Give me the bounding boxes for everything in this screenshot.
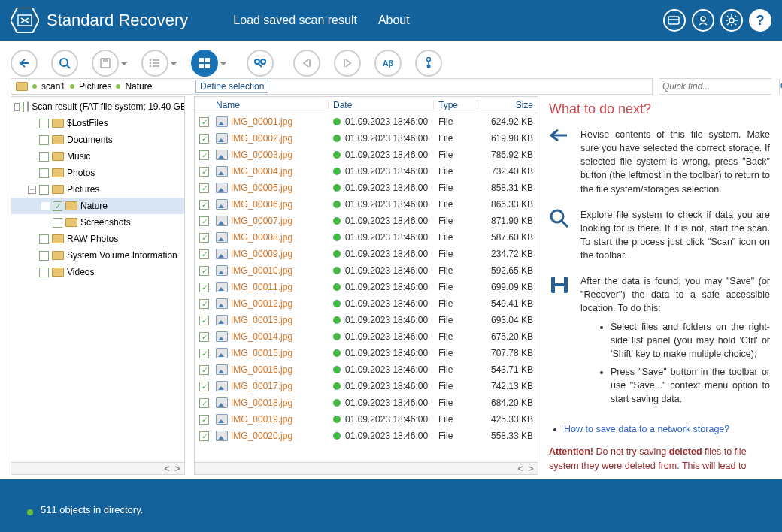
logo[interactable]: Standard Recovery bbox=[11, 8, 188, 33]
image-icon bbox=[216, 150, 228, 160]
extra-button[interactable] bbox=[415, 50, 442, 77]
file-row[interactable]: IMG_00013.jpg01.09.2023 18:46:00File693.… bbox=[195, 312, 538, 328]
tree-row[interactable]: −Scan result (FAT file system; 19.40 GB … bbox=[11, 98, 184, 115]
file-list-body[interactable]: IMG_00001.jpg01.09.2023 18:46:00File624.… bbox=[195, 113, 538, 462]
row-checkbox[interactable] bbox=[199, 382, 209, 391]
save-dropdown-caret[interactable] bbox=[120, 62, 128, 65]
file-row[interactable]: IMG_00017.jpg01.09.2023 18:46:00File742.… bbox=[195, 378, 538, 394]
list-button[interactable] bbox=[141, 50, 177, 77]
menu-about[interactable]: About bbox=[378, 14, 410, 27]
image-icon bbox=[216, 381, 228, 391]
file-row[interactable]: IMG_00014.jpg01.09.2023 18:46:00File675.… bbox=[195, 328, 538, 345]
row-checkbox[interactable] bbox=[199, 249, 209, 259]
file-row[interactable]: IMG_00007.jpg01.09.2023 18:46:00File871.… bbox=[195, 213, 538, 229]
row-checkbox[interactable] bbox=[199, 398, 209, 408]
case-button[interactable]: Aβ bbox=[374, 50, 402, 77]
row-checkbox[interactable] bbox=[199, 150, 209, 160]
settings-icon[interactable] bbox=[720, 9, 743, 32]
tree-row[interactable]: Screenshots bbox=[11, 214, 184, 231]
irreversible-link[interactable]: irreversible bbox=[549, 474, 595, 475]
file-row[interactable]: IMG_00004.jpg01.09.2023 18:46:00File732.… bbox=[195, 163, 538, 180]
file-row[interactable]: IMG_00006.jpg01.09.2023 18:46:00File866.… bbox=[195, 196, 538, 213]
find-button[interactable] bbox=[247, 50, 274, 77]
selection-dropdown-caret[interactable] bbox=[220, 62, 227, 65]
svg-point-41 bbox=[551, 210, 563, 222]
menu-load-saved[interactable]: Load saved scan result bbox=[233, 14, 357, 27]
folder-tree[interactable]: −Scan result (FAT file system; 19.40 GB … bbox=[11, 96, 185, 463]
file-hscroll[interactable]: <> bbox=[194, 463, 538, 475]
row-checkbox[interactable] bbox=[199, 134, 209, 144]
save-button[interactable] bbox=[92, 50, 128, 77]
tree-row[interactable]: Music bbox=[11, 148, 184, 165]
help-pane: What to do next? Revise contents of this… bbox=[547, 96, 771, 475]
file-row[interactable]: IMG_00011.jpg01.09.2023 18:46:00File699.… bbox=[195, 279, 538, 295]
cards-icon[interactable] bbox=[663, 9, 686, 32]
row-checkbox[interactable] bbox=[199, 167, 209, 177]
tree-row[interactable]: $LostFiles bbox=[11, 115, 184, 131]
status-dot-icon bbox=[27, 509, 33, 515]
tree-row[interactable]: System Volume Information bbox=[11, 247, 184, 264]
row-checkbox[interactable] bbox=[199, 415, 209, 425]
file-row[interactable]: IMG_00019.jpg01.09.2023 18:46:00File425.… bbox=[195, 411, 538, 428]
file-row[interactable]: IMG_00016.jpg01.09.2023 18:46:00File543.… bbox=[195, 361, 538, 378]
breadcrumb-item[interactable]: Nature bbox=[125, 81, 152, 92]
image-icon bbox=[216, 216, 228, 226]
file-row[interactable]: IMG_00008.jpg01.09.2023 18:46:00File587.… bbox=[195, 229, 538, 246]
breadcrumb[interactable]: scan1 Pictures Nature bbox=[11, 78, 653, 95]
file-row[interactable]: IMG_00020.jpg01.09.2023 18:46:00File558.… bbox=[195, 428, 538, 444]
tree-row[interactable]: Nature bbox=[11, 198, 184, 214]
tree-row[interactable]: −Pictures bbox=[11, 181, 184, 198]
status-dot-icon bbox=[333, 382, 341, 390]
file-row[interactable]: IMG_00015.jpg01.09.2023 18:46:00File707.… bbox=[195, 345, 538, 361]
col-size[interactable]: Size bbox=[477, 100, 538, 110]
file-row[interactable]: IMG_00012.jpg01.09.2023 18:46:00File549.… bbox=[195, 295, 538, 312]
row-checkbox[interactable] bbox=[199, 431, 209, 441]
user-icon[interactable] bbox=[692, 9, 714, 32]
tree-hscroll[interactable]: <> bbox=[11, 463, 185, 475]
file-row[interactable]: IMG_00010.jpg01.09.2023 18:46:00File592.… bbox=[195, 262, 538, 279]
breadcrumb-item[interactable]: scan1 bbox=[41, 81, 65, 92]
row-checkbox[interactable] bbox=[199, 233, 209, 243]
col-type[interactable]: Type bbox=[434, 100, 477, 110]
col-name[interactable]: Name bbox=[211, 100, 329, 110]
row-checkbox[interactable] bbox=[199, 332, 209, 342]
file-row[interactable]: IMG_00003.jpg01.09.2023 18:46:00File786.… bbox=[195, 147, 538, 163]
tree-row[interactable]: Videos bbox=[11, 264, 184, 280]
selection-button[interactable] bbox=[191, 50, 227, 77]
breadcrumb-item[interactable]: Pictures bbox=[79, 81, 111, 92]
tree-row[interactable]: RAW Photos bbox=[11, 231, 184, 247]
file-row[interactable]: IMG_00002.jpg01.09.2023 18:46:00File619.… bbox=[195, 130, 538, 147]
quick-find-search-icon[interactable] bbox=[779, 79, 782, 94]
col-date[interactable]: Date bbox=[329, 100, 434, 110]
help-icon[interactable]: ? bbox=[749, 9, 771, 32]
file-row[interactable]: IMG_00018.jpg01.09.2023 18:46:00File684.… bbox=[195, 394, 538, 411]
back-button[interactable] bbox=[11, 50, 38, 77]
scan-button[interactable] bbox=[51, 50, 78, 77]
file-list: Name Date Type Size IMG_00001.jpg01.09.2… bbox=[194, 96, 538, 463]
breadcrumb-sep bbox=[116, 84, 120, 89]
row-checkbox[interactable] bbox=[199, 216, 209, 226]
next-button[interactable] bbox=[334, 50, 361, 77]
prev-button[interactable] bbox=[293, 50, 320, 77]
list-dropdown-caret[interactable] bbox=[170, 62, 177, 65]
row-checkbox[interactable] bbox=[199, 316, 209, 325]
row-checkbox[interactable] bbox=[199, 200, 209, 210]
row-checkbox[interactable] bbox=[199, 365, 209, 375]
file-row[interactable]: IMG_00005.jpg01.09.2023 18:46:00File858.… bbox=[195, 180, 538, 196]
menu-right: ? bbox=[663, 9, 771, 32]
file-row[interactable]: IMG_00001.jpg01.09.2023 18:46:00File624.… bbox=[195, 113, 538, 130]
row-checkbox[interactable] bbox=[199, 349, 209, 358]
row-checkbox[interactable] bbox=[199, 283, 209, 292]
tree-row[interactable]: Photos bbox=[11, 165, 184, 181]
logo-icon bbox=[11, 8, 39, 33]
tree-row[interactable]: Documents bbox=[11, 131, 184, 148]
help-link[interactable]: How to save data to a network storage? bbox=[564, 424, 729, 434]
row-checkbox[interactable] bbox=[199, 299, 209, 309]
row-checkbox[interactable] bbox=[199, 183, 209, 193]
row-checkbox[interactable] bbox=[199, 266, 209, 276]
quick-find-input[interactable] bbox=[659, 79, 779, 94]
file-row[interactable]: IMG_00009.jpg01.09.2023 18:46:00File234.… bbox=[195, 246, 538, 262]
tree-pane: −Scan result (FAT file system; 19.40 GB … bbox=[11, 96, 185, 475]
row-checkbox[interactable] bbox=[199, 117, 209, 127]
svg-rect-27 bbox=[205, 58, 210, 62]
